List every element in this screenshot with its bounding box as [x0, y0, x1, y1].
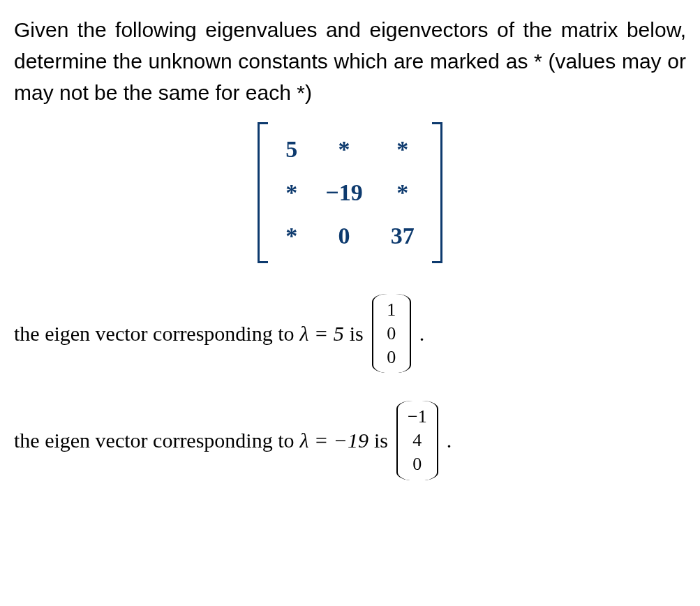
problem-statement: Given the following eigenvalues and eige… [14, 14, 686, 108]
vector-component: 0 [383, 322, 400, 346]
matrix-row: * 0 37 [271, 214, 428, 258]
eigen-text-suffix: is [350, 322, 364, 346]
matrix-cell: * [271, 171, 311, 214]
matrix-cell: 5 [271, 128, 311, 171]
matrix-cell: −19 [311, 171, 376, 214]
matrix-container: 5 * * * −19 * * 0 37 [14, 122, 686, 266]
eigenvector-statement-1: the eigen vector corresponding to λ = 5 … [14, 294, 686, 373]
period: . [419, 322, 425, 346]
matrix-cell: * [311, 128, 376, 171]
eigenvector-statement-2: the eigen vector corresponding to λ = −1… [14, 401, 686, 480]
eigen-text-prefix: the eigen vector corresponding to [14, 322, 295, 346]
eigenvector: −1 4 0 [396, 401, 438, 480]
matrix: 5 * * * −19 * * 0 37 [258, 122, 442, 263]
matrix-row: * −19 * [271, 171, 428, 214]
matrix-cell: * [271, 214, 311, 258]
vector-component: 1 [383, 298, 400, 322]
period: . [447, 429, 452, 452]
eigen-text-suffix: is [374, 429, 388, 452]
vector-component: 4 [409, 429, 426, 452]
lambda-expression: λ = 5 [300, 322, 344, 346]
matrix-cell: * [377, 171, 429, 214]
matrix-table: 5 * * * −19 * * 0 37 [271, 128, 428, 258]
matrix-cell: 0 [311, 214, 376, 258]
vector-component: −1 [408, 405, 427, 429]
matrix-row: 5 * * [271, 128, 428, 171]
vector-component: 0 [383, 346, 400, 369]
lambda-expression: λ = −19 [300, 429, 368, 452]
eigen-text-prefix: the eigen vector corresponding to [14, 429, 295, 452]
eigenvector: 1 0 0 [372, 294, 411, 373]
vector-component: 0 [409, 452, 426, 476]
matrix-cell: * [377, 128, 429, 171]
matrix-cell: 37 [377, 214, 429, 258]
